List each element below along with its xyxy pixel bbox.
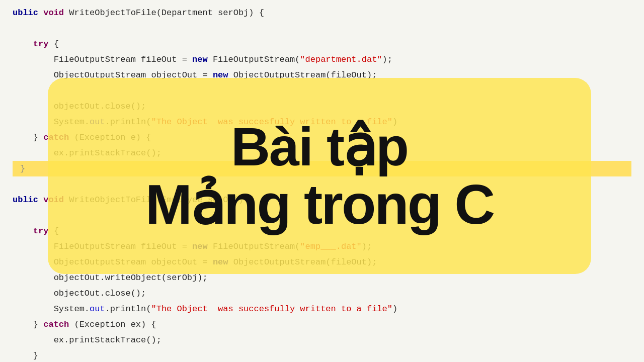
- code-line-20: System.out.println("The Object was succe…: [13, 301, 631, 317]
- screenshot-container: ublic void WriteObjectToFile(Department …: [0, 0, 644, 362]
- overlay-title-line1: Bài tập: [231, 118, 408, 175]
- code-line-3: try {: [13, 36, 631, 52]
- code-line-4: FileOutputStream fileOut = new FileOutpu…: [13, 52, 631, 67]
- code-line-2: [13, 21, 631, 36]
- overlay-title-line2: Mảng trong C: [145, 175, 494, 234]
- code-line-22: ex.printStackTrace();: [13, 332, 631, 348]
- code-line-1: ublic void WriteObjectToFile(Department …: [13, 5, 631, 21]
- code-line-19: objectOut.close();: [13, 286, 631, 301]
- code-line-23: }: [13, 348, 631, 362]
- code-line-21: } catch (Exception ex) {: [13, 317, 631, 332]
- overlay-box: Bài tập Mảng trong C: [48, 78, 591, 274]
